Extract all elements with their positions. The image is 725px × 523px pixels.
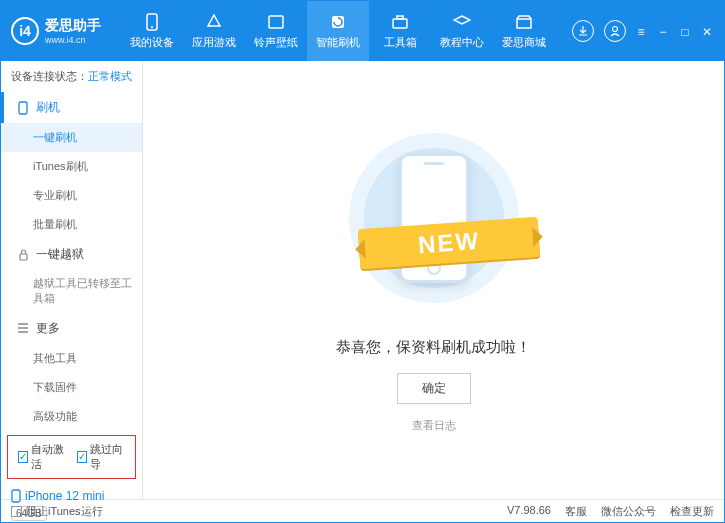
nav-tutorials[interactable]: 教程中心 (431, 1, 493, 61)
nav-label: 智能刷机 (316, 35, 360, 50)
nav-label: 我的设备 (130, 35, 174, 50)
success-illustration: NEW (344, 128, 524, 308)
version-label: V7.98.66 (507, 504, 551, 519)
nav-toolbox[interactable]: 工具箱 (369, 1, 431, 61)
checkbox-label: 跳过向导 (90, 442, 125, 472)
grad-cap-icon (452, 12, 472, 32)
status-label: 设备连接状态： (11, 70, 88, 82)
checkbox-skip-guide[interactable]: ✓跳过向导 (77, 442, 126, 472)
checkbox-label: 阻止iTunes运行 (26, 504, 103, 519)
section-label: 更多 (36, 320, 60, 337)
sidebar: 设备连接状态：正常模式 刷机 一键刷机 iTunes刷机 专业刷机 批量刷机 一… (1, 61, 143, 499)
section-more[interactable]: 更多 (1, 313, 142, 344)
footer-link-wechat[interactable]: 微信公众号 (601, 504, 656, 519)
sidebar-item-pro-flash[interactable]: 专业刷机 (1, 181, 142, 210)
header-actions (572, 20, 626, 42)
store-icon (514, 12, 534, 32)
close-icon[interactable]: ✕ (700, 25, 714, 39)
nav-label: 教程中心 (440, 35, 484, 50)
section-label: 一键越狱 (36, 246, 84, 263)
section-flash[interactable]: 刷机 (1, 92, 142, 123)
nav-flash[interactable]: 智能刷机 (307, 1, 369, 61)
nav-label: 工具箱 (384, 35, 417, 50)
view-log-link[interactable]: 查看日志 (412, 418, 456, 433)
sidebar-item-oneclick-flash[interactable]: 一键刷机 (1, 123, 142, 152)
svg-point-1 (151, 26, 153, 28)
sidebar-item-advanced[interactable]: 高级功能 (1, 402, 142, 431)
lock-icon (16, 248, 30, 262)
app-header: i4 爱思助手 www.i4.cn 我的设备 应用游戏 铃声壁纸 智能刷机 工具… (1, 1, 724, 61)
toolbox-icon (390, 12, 410, 32)
checkbox-block-itunes[interactable]: 阻止iTunes运行 (11, 504, 103, 519)
success-message: 恭喜您，保资料刷机成功啦！ (336, 338, 531, 357)
footer-link-update[interactable]: 检查更新 (670, 504, 714, 519)
phone-icon (142, 12, 162, 32)
checkbox-auto-activate[interactable]: ✓自动激活 (18, 442, 67, 472)
sidebar-item-itunes-flash[interactable]: iTunes刷机 (1, 152, 142, 181)
section-label: 刷机 (36, 99, 60, 116)
svg-rect-8 (19, 102, 27, 114)
section-jailbreak[interactable]: 一键越狱 (1, 239, 142, 270)
footer-link-support[interactable]: 客服 (565, 504, 587, 519)
main-content: NEW 恭喜您，保资料刷机成功啦！ 确定 查看日志 (143, 61, 724, 499)
menu-icon (16, 321, 30, 335)
menu-icon[interactable]: ≡ (634, 25, 648, 39)
apps-icon (204, 12, 224, 32)
options-row: ✓自动激活 ✓跳过向导 (7, 435, 136, 479)
sidebar-item-batch-flash[interactable]: 批量刷机 (1, 210, 142, 239)
logo-area: i4 爱思助手 www.i4.cn (11, 17, 101, 45)
nav-label: 爱思商城 (502, 35, 546, 50)
jailbreak-note: 越狱工具已转移至工具箱 (1, 270, 142, 313)
sidebar-item-download-firmware[interactable]: 下载固件 (1, 373, 142, 402)
sidebar-item-other-tools[interactable]: 其他工具 (1, 344, 142, 373)
nav-my-device[interactable]: 我的设备 (121, 1, 183, 61)
user-button[interactable] (604, 20, 626, 42)
nav-label: 应用游戏 (192, 35, 236, 50)
device-name: iPhone 12 mini (11, 489, 132, 503)
checkbox-label: 自动激活 (31, 442, 66, 472)
nav-label: 铃声壁纸 (254, 35, 298, 50)
refresh-icon (328, 12, 348, 32)
svg-rect-6 (517, 19, 531, 28)
svg-rect-5 (397, 16, 403, 19)
ok-button[interactable]: 确定 (397, 373, 471, 404)
phone-icon (11, 489, 21, 503)
nav-ringtones[interactable]: 铃声壁纸 (245, 1, 307, 61)
main-nav: 我的设备 应用游戏 铃声壁纸 智能刷机 工具箱 教程中心 爱思商城 (121, 1, 562, 61)
logo-icon: i4 (11, 17, 39, 45)
svg-point-7 (613, 27, 618, 32)
minimize-icon[interactable]: − (656, 25, 670, 39)
svg-rect-2 (269, 16, 283, 28)
device-status: 设备连接状态：正常模式 (1, 61, 142, 92)
nav-store[interactable]: 爱思商城 (493, 1, 555, 61)
window-controls: ≡ − □ ✕ (634, 23, 714, 39)
checkbox-icon: ✓ (18, 451, 28, 463)
app-url: www.i4.cn (45, 35, 101, 45)
phone-icon (16, 101, 30, 115)
svg-rect-9 (20, 254, 27, 260)
status-value: 正常模式 (88, 70, 132, 82)
app-name: 爱思助手 (45, 17, 101, 35)
nav-apps[interactable]: 应用游戏 (183, 1, 245, 61)
wallpaper-icon (266, 12, 286, 32)
checkbox-icon (11, 506, 22, 517)
download-button[interactable] (572, 20, 594, 42)
svg-rect-4 (393, 19, 407, 28)
maximize-icon[interactable]: □ (678, 25, 692, 39)
svg-rect-10 (12, 490, 20, 502)
checkbox-icon: ✓ (77, 451, 87, 463)
